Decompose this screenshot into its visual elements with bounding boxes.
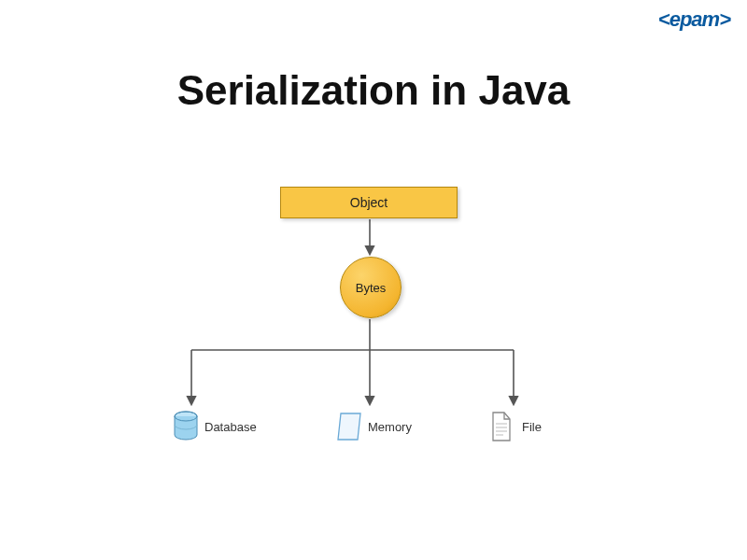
memory-label: Memory xyxy=(368,420,412,434)
object-label: Object xyxy=(350,195,388,210)
database-label: Database xyxy=(204,420,257,434)
bytes-label: Bytes xyxy=(356,281,387,295)
bytes-node: Bytes xyxy=(340,257,402,318)
object-node: Object xyxy=(280,187,458,218)
file-label: File xyxy=(522,420,542,434)
database-icon xyxy=(173,411,199,442)
destination-file: File xyxy=(490,411,542,442)
epam-logo: <epam> xyxy=(658,7,730,32)
memory-icon xyxy=(336,411,362,442)
page-title: Serialization in Java xyxy=(0,67,747,114)
destination-memory: Memory xyxy=(336,411,412,442)
serialization-diagram: Object Bytes Database Memory xyxy=(163,187,584,485)
file-icon xyxy=(490,411,516,442)
destination-database: Database xyxy=(173,411,257,442)
